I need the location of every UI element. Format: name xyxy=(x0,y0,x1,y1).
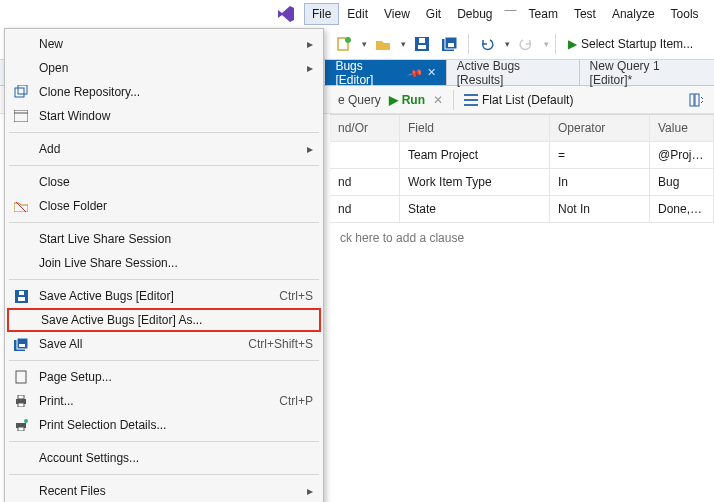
menu-item-start-window[interactable]: Start Window xyxy=(7,104,321,128)
stop-icon[interactable]: ✕ xyxy=(433,93,443,107)
undo-icon[interactable] xyxy=(475,32,499,56)
menu-divider xyxy=(9,165,319,166)
menu-divider xyxy=(9,474,319,475)
run-label: Run xyxy=(402,93,425,107)
menu-item-label: Start Window xyxy=(39,109,313,123)
blank-icon xyxy=(11,481,31,501)
save-icon[interactable] xyxy=(410,32,434,56)
menu-item-label: Page Setup... xyxy=(39,370,313,384)
grid-header[interactable]: nd/Or xyxy=(330,115,400,142)
menu-item-new[interactable]: New▸ xyxy=(7,32,321,56)
dropdown-chevron-icon[interactable]: ▾ xyxy=(401,39,406,49)
play-icon: ▶ xyxy=(568,37,577,51)
add-clause-hint[interactable]: ck here to add a clause xyxy=(330,223,714,253)
grid-header[interactable]: Field xyxy=(400,115,550,142)
grid-cell[interactable]: nd xyxy=(330,169,400,196)
svg-rect-24 xyxy=(16,371,26,383)
grid-cell[interactable]: Work Item Type xyxy=(400,169,550,196)
grid-cell[interactable]: = xyxy=(550,142,650,169)
tab-new-query[interactable]: New Query 1 [Editor]* xyxy=(580,60,714,85)
menu-item-account-settings[interactable]: Account Settings... xyxy=(7,446,321,470)
grid-header[interactable]: Value xyxy=(650,115,714,142)
menu-item-label: Print Selection Details... xyxy=(39,418,313,432)
menu-divider xyxy=(9,222,319,223)
menu-item-label: Save Active Bugs [Editor] xyxy=(39,289,261,303)
pin-icon[interactable]: 📌 xyxy=(407,65,423,81)
dropdown-chevron-icon[interactable]: ▾ xyxy=(544,39,549,49)
clone-icon xyxy=(11,82,31,102)
column-options-icon[interactable] xyxy=(684,88,708,112)
menu-edit[interactable]: Edit xyxy=(339,3,376,25)
menu-item-clone-repository[interactable]: Clone Repository... xyxy=(7,80,321,104)
menu-divider xyxy=(9,279,319,280)
grid-cell[interactable]: Bug xyxy=(650,169,714,196)
grid-header[interactable]: Operator xyxy=(550,115,650,142)
menu-item-start-live-share-session[interactable]: Start Live Share Session xyxy=(7,227,321,251)
svg-rect-8 xyxy=(464,94,478,96)
grid-cell[interactable]: nd xyxy=(330,196,400,223)
menu-item-label: Close xyxy=(39,175,313,189)
file-menu: New▸Open▸Clone Repository...Start Window… xyxy=(4,28,324,502)
menu-item-close-folder[interactable]: Close Folder xyxy=(7,194,321,218)
menu-item-join-live-share-session[interactable]: Join Live Share Session... xyxy=(7,251,321,275)
menu-item-label: Account Settings... xyxy=(39,451,313,465)
menu-item-print[interactable]: Print...Ctrl+P xyxy=(7,389,321,413)
menu-item-save-active-bugs-editor[interactable]: Save Active Bugs [Editor]Ctrl+S xyxy=(7,284,321,308)
menu-file[interactable]: File xyxy=(304,3,339,25)
menu-analyze[interactable]: Analyze xyxy=(604,3,663,25)
grid-cell[interactable]: State xyxy=(400,196,550,223)
new-item-icon[interactable] xyxy=(332,32,356,56)
menu-debug[interactable]: Debug xyxy=(449,3,500,25)
grid-cell[interactable]: @Project xyxy=(650,142,714,169)
tab-active-bugs-results[interactable]: Active Bugs [Results] xyxy=(447,60,580,85)
menu-git[interactable]: Git xyxy=(418,3,449,25)
menu-item-recent-files[interactable]: Recent Files▸ xyxy=(7,479,321,502)
menu-team[interactable]: Team xyxy=(521,3,566,25)
printsel-icon xyxy=(11,415,31,435)
svg-rect-10 xyxy=(464,104,478,106)
menu-tools[interactable]: Tools xyxy=(663,3,707,25)
menu-item-label: Print... xyxy=(39,394,261,408)
closefolder-icon xyxy=(11,196,31,216)
separator xyxy=(555,34,556,54)
svg-rect-19 xyxy=(18,297,25,301)
save-icon xyxy=(11,286,31,306)
open-icon[interactable] xyxy=(371,32,395,56)
menu-view[interactable]: View xyxy=(376,3,418,25)
blank-icon xyxy=(11,448,31,468)
menu-item-page-setup[interactable]: Page Setup... xyxy=(7,365,321,389)
dropdown-chevron-icon[interactable]: ▾ xyxy=(362,39,367,49)
close-icon[interactable]: ✕ xyxy=(427,66,436,79)
tab-label: Active Bugs [Results] xyxy=(457,59,569,87)
query-type-selector[interactable]: Flat List (Default) xyxy=(464,93,573,107)
save-all-icon[interactable] xyxy=(438,32,462,56)
tab-active-bugs-editor[interactable]: Bugs [Editor] 📌 ✕ xyxy=(325,60,446,85)
save-query-label[interactable]: e Query xyxy=(338,93,381,107)
submenu-arrow-icon: ▸ xyxy=(307,484,313,498)
menu-item-add[interactable]: Add▸ xyxy=(7,137,321,161)
redo-icon[interactable] xyxy=(514,32,538,56)
svg-rect-9 xyxy=(464,99,478,101)
grid-cell[interactable] xyxy=(330,142,400,169)
svg-rect-7 xyxy=(448,43,454,47)
grid-cell[interactable]: Not In xyxy=(550,196,650,223)
grid-cell[interactable]: In xyxy=(550,169,650,196)
menu-item-save-active-bugs-editor-as[interactable]: Save Active Bugs [Editor] As... xyxy=(7,308,321,332)
menu-item-save-all[interactable]: Save AllCtrl+Shift+S xyxy=(7,332,321,356)
menu-item-label: Open xyxy=(39,61,299,75)
menu-test[interactable]: Test xyxy=(566,3,604,25)
grid-cell[interactable]: Done, Completed, xyxy=(650,196,714,223)
dropdown-chevron-icon[interactable]: ▾ xyxy=(505,39,510,49)
blank-icon xyxy=(11,172,31,192)
menu-item-label: Join Live Share Session... xyxy=(39,256,313,270)
grid-cell[interactable]: Team Project xyxy=(400,142,550,169)
menu-item-open[interactable]: Open▸ xyxy=(7,56,321,80)
blank-icon xyxy=(13,310,33,330)
start-button[interactable]: ▶ Select Startup Item... xyxy=(562,32,699,56)
menu-item-close[interactable]: Close xyxy=(7,170,321,194)
blank-icon xyxy=(11,253,31,273)
menu-item-print-selection-details[interactable]: Print Selection Details... xyxy=(7,413,321,437)
menu-item-label: Close Folder xyxy=(39,199,313,213)
blank-icon xyxy=(11,34,31,54)
run-button[interactable]: ▶Run xyxy=(389,93,425,107)
